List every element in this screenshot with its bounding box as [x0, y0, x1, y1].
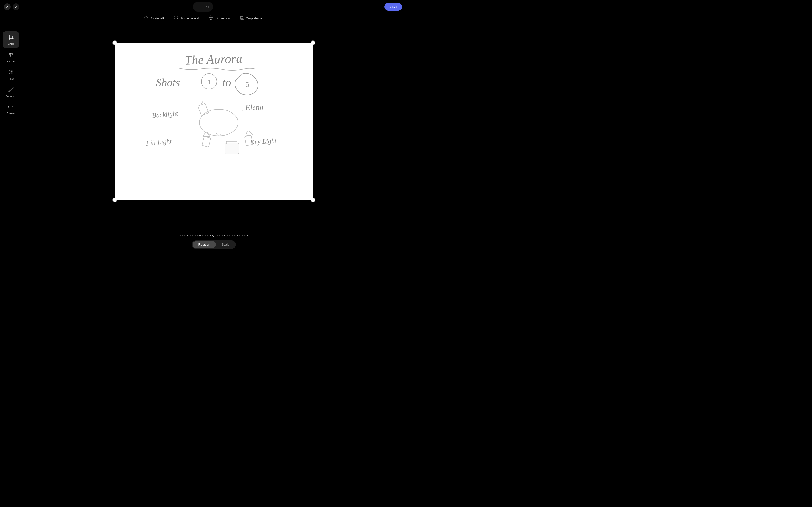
sidebar-annotate-label: Annotate: [6, 95, 16, 98]
ruler-dot-large: [247, 235, 248, 236]
ruler-dot: [192, 235, 193, 236]
handle-top-left[interactable]: [113, 41, 117, 45]
ruler-dots-left: [180, 235, 211, 236]
svg-marker-26: [225, 143, 239, 154]
ruler-dot-large: [187, 235, 188, 236]
crop-icon: [8, 34, 14, 41]
image-frame: The Aurora Shots 1 to 6 Backlight: [115, 43, 313, 200]
toolbar-flip-horizontal[interactable]: Flip horizontal: [174, 15, 199, 21]
svg-text:Fill Light: Fill Light: [145, 137, 172, 147]
svg-text:Backlight: Backlight: [152, 110, 179, 119]
svg-rect-1: [241, 17, 243, 19]
redo-button[interactable]: ↪: [203, 3, 211, 11]
ruler-dots-right: [217, 235, 248, 236]
ruler-dot-large: [237, 235, 238, 236]
tab-group: Rotation Scale: [192, 240, 236, 249]
sidebar-crop-label: Crop: [8, 42, 14, 45]
svg-text:6: 6: [245, 80, 249, 89]
ruler-track[interactable]: 0°: [180, 234, 248, 237]
flip-horizontal-icon: [174, 15, 178, 21]
toolbar-flip-horizontal-label: Flip horizontal: [180, 16, 199, 20]
svg-text:The Aurora: The Aurora: [184, 52, 242, 67]
sidebar-item-arrows[interactable]: Arrows: [3, 101, 19, 117]
ruler-dot: [222, 235, 223, 236]
svg-rect-23: [202, 136, 211, 147]
ruler-dot: [205, 235, 206, 236]
sidebar-item-filter[interactable]: Filter: [3, 66, 19, 83]
toolbar-flip-vertical[interactable]: Flip vertical: [209, 15, 231, 21]
arrows-icon: [8, 104, 14, 111]
sketch-svg: The Aurora Shots 1 to 6 Backlight: [115, 43, 313, 200]
svg-point-5: [9, 53, 10, 54]
ruler-dot: [219, 235, 220, 236]
toolbar-crop-shape[interactable]: Crop shape: [240, 15, 262, 21]
top-bar: ✕ ↺ ↩ ↪ Save: [0, 0, 406, 13]
svg-point-6: [11, 54, 12, 55]
sidebar-filter-label: Filter: [8, 77, 14, 80]
sidebar: Crop Finetune Filter: [0, 0, 22, 253]
svg-rect-0: [241, 16, 244, 19]
undo-button[interactable]: ↩: [195, 3, 202, 11]
svg-marker-30: [245, 130, 253, 136]
svg-point-10: [11, 71, 11, 72]
ruler-dot: [195, 235, 195, 236]
svg-text:1: 1: [207, 78, 211, 86]
ruler-dot-large: [224, 235, 226, 236]
svg-text:, Elena: , Elena: [241, 102, 263, 112]
crop-shape-icon: [240, 15, 244, 21]
ruler-dot: [197, 235, 198, 236]
toolbar-crop-shape-label: Crop shape: [246, 16, 262, 20]
toolbar: Rotate left Flip horizontal Flip vertica…: [0, 13, 406, 23]
rotate-left-icon: [144, 15, 148, 21]
svg-text:to: to: [222, 76, 231, 89]
sidebar-arrows-label: Arrows: [7, 112, 15, 115]
tab-rotation[interactable]: Rotation: [193, 241, 216, 248]
ruler-dot: [180, 235, 181, 236]
sidebar-item-finetune[interactable]: Finetune: [3, 49, 19, 65]
svg-point-7: [10, 55, 11, 56]
ruler-dot: [227, 235, 228, 236]
handle-bottom-left[interactable]: [113, 198, 117, 202]
toolbar-rotate-left[interactable]: Rotate left: [144, 15, 164, 21]
svg-point-21: [199, 109, 238, 136]
ruler-dot: [184, 235, 185, 236]
sidebar-finetune-label: Finetune: [6, 60, 16, 63]
sidebar-item-annotate[interactable]: Annotate: [3, 83, 19, 100]
rotation-value: 0°: [212, 234, 215, 237]
save-button[interactable]: Save: [384, 3, 402, 11]
svg-text:Key Light: Key Light: [250, 137, 277, 146]
finetune-icon: [8, 52, 14, 59]
ruler-dot: [232, 235, 233, 236]
ruler-dot: [229, 235, 230, 236]
ruler-dot: [217, 235, 218, 236]
canvas-area: The Aurora Shots 1 to 6 Backlight: [22, 13, 406, 229]
ruler-dot: [234, 235, 235, 236]
ruler-dot: [242, 235, 243, 236]
ruler-dot-large: [199, 235, 201, 236]
flip-vertical-icon: [209, 15, 213, 21]
svg-rect-18: [198, 104, 208, 116]
handle-bottom-right[interactable]: [311, 198, 315, 202]
filter-icon: [8, 69, 14, 76]
ruler-dot: [202, 235, 203, 236]
handle-top-right[interactable]: [311, 41, 315, 45]
ruler-dot-large: [209, 235, 211, 236]
toolbar-rotate-left-label: Rotate left: [149, 16, 164, 20]
svg-text:Shots: Shots: [156, 76, 180, 89]
tab-scale[interactable]: Scale: [216, 241, 235, 248]
ruler-dot: [240, 235, 241, 236]
undo-redo-controls: ↩ ↪: [193, 2, 213, 12]
annotate-icon: [8, 87, 14, 94]
ruler-dot: [244, 235, 245, 236]
toolbar-flip-vertical-label: Flip vertical: [214, 16, 231, 20]
image-container: The Aurora Shots 1 to 6 Backlight: [115, 43, 313, 200]
ruler-dot: [182, 235, 183, 236]
bottom-bar: 0° Rotation Scale: [22, 229, 406, 253]
ruler-dot: [207, 235, 208, 236]
sidebar-item-crop[interactable]: Crop: [3, 32, 19, 48]
ruler-dot: [190, 235, 191, 236]
svg-line-19: [201, 101, 203, 104]
